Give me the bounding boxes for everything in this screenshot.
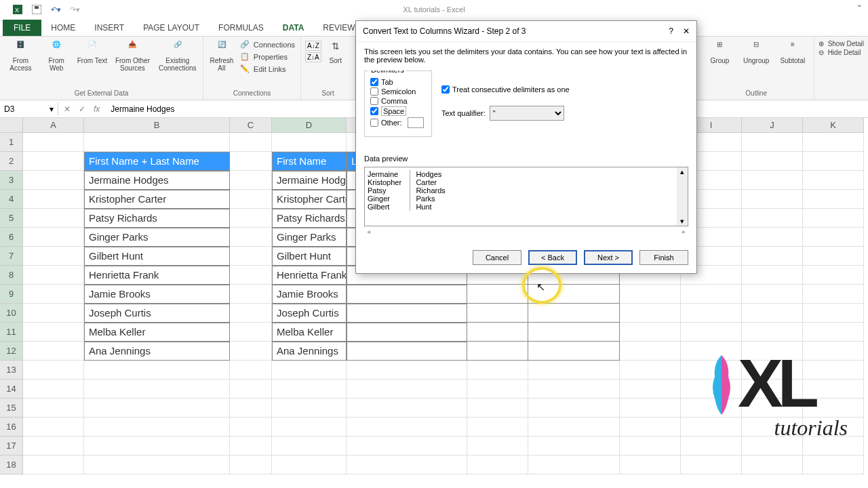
cell[interactable]: Patsy Richards: [272, 209, 347, 228]
tab-formulas[interactable]: FORMULAS: [209, 20, 273, 36]
cell[interactable]: [230, 190, 272, 209]
cell[interactable]: [230, 133, 272, 152]
cell[interactable]: [467, 380, 528, 399]
cell[interactable]: Gilbert Hunt: [84, 247, 230, 266]
row-header[interactable]: 14: [0, 380, 23, 399]
save-icon[interactable]: [31, 4, 42, 15]
cell[interactable]: [467, 361, 528, 380]
cell[interactable]: [467, 342, 528, 361]
cell[interactable]: [803, 323, 864, 342]
preview-scrollbar-v[interactable]: ▴▾: [677, 167, 688, 226]
cell[interactable]: [23, 323, 84, 342]
close-icon[interactable]: ✕: [683, 26, 690, 36]
cell[interactable]: [230, 209, 272, 228]
cell[interactable]: [23, 304, 84, 323]
group-button[interactable]: ⊞Group: [703, 39, 737, 66]
col-header-b[interactable]: B: [84, 118, 230, 133]
cell[interactable]: [528, 455, 620, 474]
cell[interactable]: [84, 399, 230, 418]
cell[interactable]: Henrietta Frank: [84, 266, 230, 285]
cell[interactable]: [803, 133, 864, 152]
cell[interactable]: [23, 399, 84, 418]
tab-home[interactable]: HOME: [41, 20, 85, 36]
cell[interactable]: [347, 342, 467, 361]
cell[interactable]: Melba Keller: [272, 323, 347, 342]
cell[interactable]: [230, 171, 272, 190]
preview-scroll-left-icon[interactable]: ◂: [367, 228, 370, 235]
cell[interactable]: [620, 342, 681, 361]
cell[interactable]: [272, 455, 347, 474]
cell[interactable]: [467, 304, 528, 323]
other-delimiter-input[interactable]: [408, 117, 424, 128]
fx-icon[interactable]: fx: [94, 104, 100, 114]
cell[interactable]: [347, 285, 467, 304]
tab-page-layout[interactable]: PAGE LAYOUT: [134, 20, 209, 36]
name-box[interactable]: D3▾: [0, 102, 58, 116]
cell[interactable]: [528, 342, 620, 361]
cell[interactable]: [230, 323, 272, 342]
cell[interactable]: [620, 455, 681, 474]
cell[interactable]: [230, 304, 272, 323]
redo-icon[interactable]: ↷▾: [69, 4, 80, 15]
row-header[interactable]: 17: [0, 436, 23, 455]
cell[interactable]: [803, 266, 864, 285]
undo-icon[interactable]: ↶▾: [50, 4, 61, 15]
ungroup-button[interactable]: ⊟Ungroup: [739, 39, 773, 66]
ribbon-collapse-icon[interactable]: ˇ: [858, 4, 861, 16]
cell[interactable]: [681, 323, 742, 342]
semicolon-checkbox[interactable]: [370, 87, 378, 96]
cell[interactable]: Henrietta Frank: [272, 266, 347, 285]
row-header[interactable]: 10: [0, 304, 23, 323]
cell[interactable]: [742, 190, 803, 209]
back-button[interactable]: < Back: [528, 250, 577, 265]
existing-connections-button[interactable]: 🔗Existing Connections: [157, 39, 199, 73]
cell[interactable]: Jermaine Hodges: [272, 171, 347, 190]
cell[interactable]: Jamie Brooks: [272, 285, 347, 304]
cell[interactable]: Melba Keller: [84, 323, 230, 342]
cell[interactable]: Patsy Richards: [84, 209, 230, 228]
preview-scroll-right-icon[interactable]: ▸: [682, 228, 686, 235]
accept-icon[interactable]: ✓: [79, 104, 85, 114]
cell[interactable]: [681, 455, 742, 474]
cell[interactable]: [803, 455, 864, 474]
cell[interactable]: [467, 323, 528, 342]
from-text-button[interactable]: 📄From Text: [76, 39, 109, 66]
cell[interactable]: Jamie Brooks: [84, 285, 230, 304]
cell[interactable]: [347, 455, 467, 474]
cell[interactable]: [84, 361, 230, 380]
cell[interactable]: [620, 323, 681, 342]
cell[interactable]: [230, 418, 272, 436]
cell[interactable]: [742, 152, 803, 171]
row-header[interactable]: 9: [0, 285, 23, 304]
cell[interactable]: Kristopher Carter: [272, 190, 347, 209]
cell[interactable]: Ana Jennings: [84, 342, 230, 361]
treat-consecutive-checkbox[interactable]: [441, 85, 450, 94]
from-other-sources-button[interactable]: 📥From Other Sources: [111, 39, 153, 73]
cell[interactable]: [272, 399, 347, 418]
cell[interactable]: [681, 285, 742, 304]
cell[interactable]: Jermaine Hodges: [84, 171, 230, 190]
row-header[interactable]: 18: [0, 455, 23, 474]
show-detail-item[interactable]: ⊕Show Detail: [817, 39, 865, 48]
cell[interactable]: [272, 380, 347, 399]
cell[interactable]: [347, 304, 467, 323]
cell[interactable]: Ginger Parks: [84, 228, 230, 247]
col-header-d[interactable]: D: [272, 118, 347, 133]
cell[interactable]: [347, 380, 467, 399]
cell[interactable]: [23, 209, 84, 228]
cell[interactable]: [467, 399, 528, 418]
cell[interactable]: [23, 152, 84, 171]
cell[interactable]: Kristopher Carter: [84, 190, 230, 209]
cell[interactable]: [620, 436, 681, 455]
cell[interactable]: [467, 418, 528, 436]
cell[interactable]: [347, 418, 467, 436]
cell[interactable]: [467, 285, 528, 304]
cell[interactable]: [347, 361, 467, 380]
cell[interactable]: [742, 266, 803, 285]
cell[interactable]: [272, 418, 347, 436]
cell[interactable]: [528, 323, 620, 342]
sort-az-icon[interactable]: A↓Z: [305, 41, 321, 51]
cell[interactable]: [23, 190, 84, 209]
help-icon[interactable]: ?: [669, 26, 673, 36]
chevron-down-icon[interactable]: ▾: [50, 104, 54, 114]
